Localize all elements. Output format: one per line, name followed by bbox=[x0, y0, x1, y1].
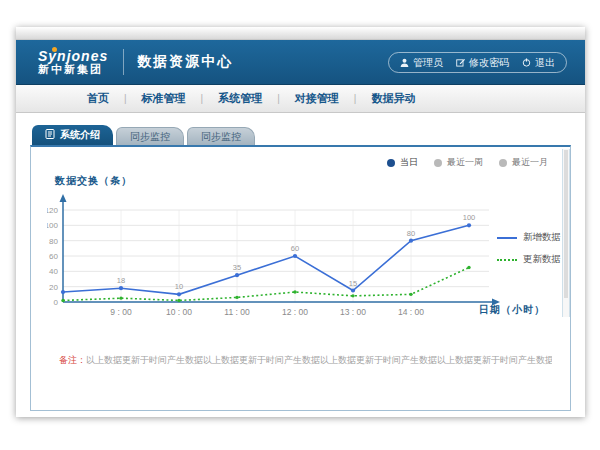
radio-today[interactable]: 当日 bbox=[387, 156, 418, 169]
logo: Synjones 新中新集团 bbox=[38, 49, 108, 75]
current-user-label: 管理员 bbox=[413, 56, 443, 70]
svg-text:40: 40 bbox=[49, 267, 58, 276]
logo-text-en: Synjones bbox=[38, 49, 108, 64]
user-actions: 管理员 修改密码 退出 bbox=[388, 52, 567, 73]
data-exchange-line-chart: 0204060801001209 : 0010 : 0011 : 0012 : … bbox=[47, 189, 517, 329]
y-axis-title: 数据交换（条） bbox=[55, 174, 132, 188]
radio-dot-icon bbox=[387, 159, 395, 167]
edit-icon bbox=[456, 58, 465, 67]
legend-line-swatch bbox=[497, 259, 517, 261]
tab-bar: 系统介绍 同步监控 同步监控 bbox=[32, 125, 255, 145]
logo-text-cn: 新中新集团 bbox=[38, 64, 108, 76]
legend-item-updated-data: 更新数据 bbox=[497, 253, 561, 266]
logout-button[interactable]: 退出 bbox=[522, 56, 555, 70]
logo-accent-dot bbox=[52, 47, 57, 52]
tab-sync-monitor-1[interactable]: 同步监控 bbox=[116, 127, 184, 145]
document-icon bbox=[45, 129, 55, 141]
logout-label: 退出 bbox=[535, 56, 555, 70]
legend-item-new-data: 新增数据 bbox=[497, 231, 561, 244]
radio-last-month[interactable]: 最近一月 bbox=[499, 156, 548, 169]
radio-dot-icon bbox=[499, 159, 507, 167]
x-axis-title: 日期（小时） bbox=[479, 303, 545, 317]
main-nav: 首页 | 标准管理 | 系统管理 | 对接管理 | 数据异动 bbox=[16, 85, 585, 113]
svg-text:100: 100 bbox=[463, 213, 476, 222]
footnote: 备注：以上数据更新于时间产生数据以上数据更新于时间产生数据以上数据更新于时间产生… bbox=[59, 354, 552, 367]
time-range-filter: 当日 最近一周 最近一月 bbox=[387, 156, 548, 169]
svg-text:80: 80 bbox=[407, 229, 415, 238]
tab-system-intro[interactable]: 系统介绍 bbox=[32, 125, 113, 145]
content-area: 系统介绍 同步监控 同步监控 当日 最近一周 bbox=[16, 113, 585, 416]
svg-text:35: 35 bbox=[233, 263, 241, 272]
user-icon bbox=[400, 58, 409, 67]
nav-item-home[interactable]: 首页 bbox=[72, 91, 124, 106]
nav-item-standards[interactable]: 标准管理 bbox=[127, 91, 201, 106]
svg-text:12 : 00: 12 : 00 bbox=[282, 307, 308, 317]
svg-text:20: 20 bbox=[49, 283, 58, 292]
app-header: Synjones 新中新集团 数据资源中心 管理员 修改密码 bbox=[16, 40, 585, 85]
radio-label: 最近一周 bbox=[447, 156, 483, 169]
chart-legend: 新增数据 更新数据 bbox=[497, 231, 561, 266]
legend-label: 新增数据 bbox=[523, 231, 561, 244]
chart-area: 0204060801001209 : 0010 : 0011 : 0012 : … bbox=[47, 189, 517, 329]
header-divider bbox=[123, 49, 124, 75]
radio-label: 当日 bbox=[400, 156, 418, 169]
app-title: 数据资源中心 bbox=[137, 53, 233, 71]
window-chrome-strip bbox=[16, 27, 585, 40]
tab-sync-monitor-2[interactable]: 同步监控 bbox=[187, 127, 255, 145]
svg-text:60: 60 bbox=[49, 252, 58, 261]
svg-text:0: 0 bbox=[54, 298, 59, 307]
radio-dot-icon bbox=[434, 159, 442, 167]
nav-item-interface[interactable]: 对接管理 bbox=[280, 91, 354, 106]
svg-text:80: 80 bbox=[49, 237, 58, 246]
footnote-label: 备注： bbox=[59, 355, 86, 365]
svg-text:60: 60 bbox=[291, 244, 299, 253]
app-window: Synjones 新中新集团 数据资源中心 管理员 修改密码 bbox=[16, 27, 585, 417]
svg-text:10 : 00: 10 : 00 bbox=[166, 307, 192, 317]
nav-item-data-change[interactable]: 数据异动 bbox=[356, 91, 430, 106]
power-icon bbox=[522, 58, 531, 67]
change-password-label: 修改密码 bbox=[469, 56, 509, 70]
svg-text:120: 120 bbox=[47, 206, 59, 215]
svg-text:13 : 00: 13 : 00 bbox=[340, 307, 366, 317]
radio-label: 最近一月 bbox=[512, 156, 548, 169]
svg-text:14 : 00: 14 : 00 bbox=[398, 307, 424, 317]
tab-label: 系统介绍 bbox=[60, 128, 100, 142]
svg-text:15: 15 bbox=[349, 279, 357, 288]
footnote-text: 以上数据更新于时间产生数据以上数据更新于时间产生数据以上数据更新于时间产生数据以… bbox=[86, 355, 552, 365]
svg-text:11 : 00: 11 : 00 bbox=[224, 307, 250, 317]
panel-scrollbar[interactable] bbox=[562, 149, 570, 317]
legend-line-swatch bbox=[497, 237, 517, 239]
change-password-button[interactable]: 修改密码 bbox=[456, 56, 509, 70]
svg-text:10: 10 bbox=[175, 282, 183, 291]
tab-label: 同步监控 bbox=[130, 130, 170, 144]
svg-text:100: 100 bbox=[47, 221, 59, 230]
radio-last-week[interactable]: 最近一周 bbox=[434, 156, 483, 169]
svg-text:9 : 00: 9 : 00 bbox=[110, 307, 132, 317]
nav-item-system[interactable]: 系统管理 bbox=[203, 91, 277, 106]
chart-panel: 当日 最近一周 最近一月 数据交换（条） 0204060801001209 : … bbox=[30, 145, 571, 411]
svg-text:18: 18 bbox=[117, 276, 125, 285]
scrollbar-thumb[interactable] bbox=[564, 150, 568, 298]
tab-label: 同步监控 bbox=[201, 130, 241, 144]
legend-label: 更新数据 bbox=[523, 253, 561, 266]
current-user-button[interactable]: 管理员 bbox=[400, 56, 443, 70]
